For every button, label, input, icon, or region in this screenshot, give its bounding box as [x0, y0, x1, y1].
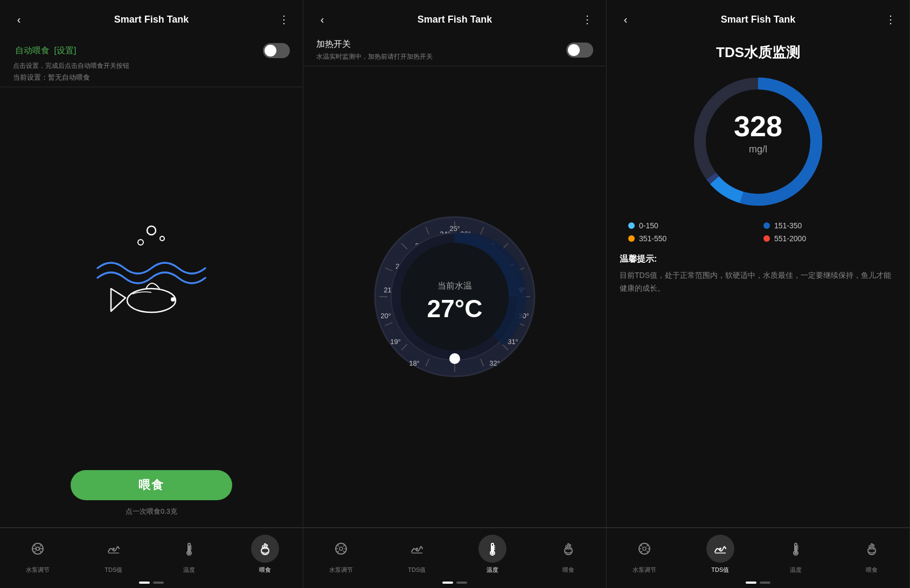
feed-icon-wrap-3 — [858, 535, 886, 563]
svg-point-69 — [566, 545, 568, 548]
auto-feed-label: 自动喂食 [设置] — [13, 45, 76, 57]
menu-icon-1[interactable]: ⋮ — [276, 13, 292, 26]
menu-icon-3[interactable]: ⋮ — [883, 13, 899, 26]
nav-tds-1[interactable]: TDS值 — [76, 535, 152, 574]
svg-point-4 — [171, 297, 175, 302]
svg-point-8 — [113, 548, 115, 550]
temp-icon-3 — [788, 541, 803, 556]
tds-icon-wrap-3 — [706, 535, 734, 563]
temp-title: Smart Fish Tank — [330, 14, 579, 25]
heat-label-wrap: 加热开关 水温实时监测中，加热前请打开加热开关 — [316, 39, 433, 61]
legend-label-551-2000: 551-2000 — [774, 234, 806, 243]
legend-label-151-350: 151-350 — [774, 221, 802, 230]
heat-desc: 水温实时监测中，加热前请打开加热开关 — [316, 52, 433, 61]
svg-text:32°: 32° — [489, 359, 500, 367]
svg-point-80 — [643, 547, 646, 550]
fish-animation-area — [0, 76, 303, 470]
feed-icon-wrap-2 — [554, 535, 582, 563]
svg-point-91 — [869, 545, 871, 548]
tds-gauge: 328 mg/l — [688, 72, 828, 212]
dot-3-2 — [760, 582, 770, 584]
dot-2-1 — [442, 582, 453, 584]
svg-point-2 — [160, 236, 164, 241]
svg-text:19°: 19° — [390, 338, 401, 346]
page-dots-3 — [607, 582, 909, 588]
temp-icon-wrap — [175, 535, 203, 563]
legend-dot-351-550 — [628, 235, 635, 242]
nav-feed-label-1: 喂食 — [259, 566, 271, 574]
feed-icon-wrap — [251, 535, 279, 563]
menu-icon-2[interactable]: ⋮ — [579, 13, 595, 26]
tds-tip: 温馨提示: 目前TDS值，处于正常范围内，软硬适中，水质最佳，一定要继续保持，鱼… — [607, 247, 909, 302]
nav-feed-1[interactable]: 喂食 — [227, 535, 303, 574]
pump-icon-3 — [637, 541, 652, 556]
svg-point-71 — [567, 544, 569, 545]
back-icon-1[interactable]: ‹ — [11, 13, 27, 26]
heat-toggle[interactable] — [566, 43, 593, 58]
tds-icon-3 — [713, 541, 728, 556]
tds-icon-wrap — [100, 535, 128, 563]
tds-gauge-area: 328 mg/l — [607, 66, 909, 217]
heat-section: 加热开关 水温实时监测中，加热前请打开加热开关 — [303, 34, 606, 66]
nav-feed-label-3: 喂食 — [866, 566, 878, 574]
heat-label: 加热开关 — [316, 39, 433, 50]
feed-icon-3 — [864, 541, 879, 556]
tds-page-title: TDS水质监测 — [607, 34, 909, 66]
dot-2-2 — [456, 582, 467, 584]
nav-tds-2[interactable]: TDS值 — [379, 535, 455, 574]
nav-pump-3[interactable]: 水泵调节 — [607, 535, 683, 574]
feeding-panel: ‹ Smart Fish Tank ⋮ 自动喂食 [设置] 点击设置，完成后点击… — [0, 0, 303, 588]
svg-point-90 — [868, 547, 876, 555]
dot-1-1 — [139, 582, 150, 584]
nav-feed-3[interactable]: 喂食 — [834, 535, 910, 574]
svg-point-1 — [138, 240, 143, 245]
legend-551-2000: 551-2000 — [763, 234, 888, 243]
nav-pump-1[interactable]: 水泵调节 — [0, 535, 76, 574]
feed-button[interactable]: 喂食 — [71, 470, 232, 500]
nav-tds-label-1: TDS值 — [105, 566, 122, 574]
thermometer-area: 18° 19° 20° 21° 22° 23° 24° 25° 26° 27° … — [303, 66, 606, 527]
feeding-header: ‹ Smart Fish Tank ⋮ — [0, 0, 303, 34]
svg-point-68 — [565, 547, 572, 555]
legend-label-0-150: 0-150 — [639, 221, 658, 230]
tds-header: ‹ Smart Fish Tank ⋮ — [607, 0, 909, 34]
bottom-nav-2: 水泵调节 TDS值 — [303, 528, 606, 582]
nav-feed-2[interactable]: 喂食 — [531, 535, 607, 574]
svg-point-82 — [719, 548, 721, 550]
nav-temp-2[interactable]: 温度 — [455, 535, 531, 574]
nav-tds-3[interactable]: TDS值 — [683, 535, 759, 574]
tds-header-title: Smart Fish Tank — [634, 14, 883, 25]
tds-tip-text: 目前TDS值，处于正常范围内，软硬适中，水质最佳，一定要继续保持，鱼儿才能健康的… — [620, 269, 897, 295]
svg-point-12 — [188, 552, 191, 555]
tds-icon-wrap-2 — [403, 535, 431, 563]
dot-1-2 — [153, 582, 164, 584]
svg-point-64 — [491, 552, 494, 555]
nav-temp-3[interactable]: 温度 — [758, 535, 834, 574]
dot-3-1 — [746, 582, 756, 584]
svg-text:27°C: 27°C — [427, 295, 483, 323]
feed-icon — [258, 541, 273, 556]
legend-151-350: 151-350 — [763, 221, 888, 230]
feed-tip: 点一次喂食0.3克 — [126, 507, 177, 516]
tds-icon — [106, 541, 121, 556]
svg-text:328: 328 — [734, 110, 782, 142]
back-icon-2[interactable]: ‹ — [314, 13, 330, 26]
temp-icon-wrap-2 — [478, 535, 506, 563]
svg-text:当前水温: 当前水温 — [437, 281, 472, 290]
setting-link[interactable]: [设置] — [54, 46, 76, 55]
auto-feed-row: 自动喂食 [设置] — [13, 43, 290, 58]
legend-0-150: 0-150 — [628, 221, 753, 230]
pump-icon — [30, 541, 45, 556]
nav-pump-2[interactable]: 水泵调节 — [303, 535, 379, 574]
nav-temp-1[interactable]: 温度 — [151, 535, 227, 574]
svg-point-93 — [871, 544, 872, 545]
svg-point-0 — [147, 226, 156, 235]
nav-tds-label-3: TDS值 — [711, 566, 729, 574]
pump-icon-wrap-3 — [630, 535, 658, 563]
auto-feed-toggle[interactable] — [263, 43, 290, 58]
feed-icon-2 — [561, 541, 576, 556]
back-icon-3[interactable]: ‹ — [617, 13, 634, 26]
feeding-title: Smart Fish Tank — [27, 14, 276, 25]
bottom-nav-3: 水泵调节 TDS值 — [607, 528, 909, 582]
legend-label-351-550: 351-550 — [639, 234, 666, 243]
